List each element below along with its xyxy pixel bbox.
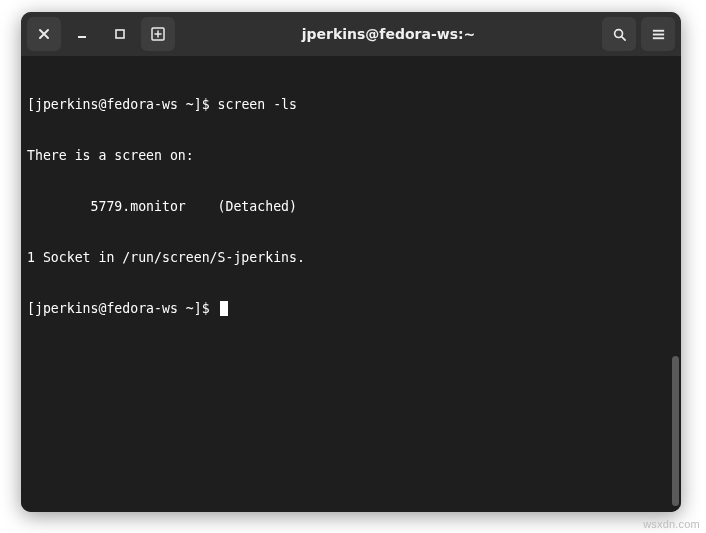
svg-rect-6 [652, 37, 663, 39]
menu-button[interactable] [641, 17, 675, 51]
output-text: 5779.monitor (Detached) [27, 199, 297, 214]
minimize-button[interactable] [65, 17, 99, 51]
svg-rect-0 [78, 36, 86, 38]
window-title: jperkins@fedora-ws:~ [179, 26, 598, 42]
maximize-icon [114, 28, 126, 40]
minimize-icon [76, 28, 88, 40]
svg-rect-5 [652, 33, 663, 35]
svg-rect-4 [652, 29, 663, 31]
maximize-button[interactable] [103, 17, 137, 51]
search-icon [612, 27, 627, 42]
terminal-line: [jperkins@fedora-ws ~]$ screen -ls [27, 96, 673, 113]
terminal-body[interactable]: [jperkins@fedora-ws ~]$ screen -ls There… [21, 56, 681, 512]
close-button[interactable] [27, 17, 61, 51]
close-icon [38, 28, 50, 40]
svg-rect-1 [116, 30, 124, 38]
terminal-window: jperkins@fedora-ws:~ [jperkins@fedora-ws… [21, 12, 681, 512]
titlebar-right-group [602, 17, 675, 51]
terminal-line: 5779.monitor (Detached) [27, 198, 673, 215]
output-text: 1 Socket in /run/screen/S-jperkins. [27, 250, 305, 265]
terminal-line: There is a screen on: [27, 147, 673, 164]
cursor [220, 301, 228, 316]
prompt: [jperkins@fedora-ws ~]$ [27, 97, 218, 112]
prompt: [jperkins@fedora-ws ~]$ [27, 301, 218, 316]
hamburger-icon [651, 27, 666, 42]
command-text: screen -ls [218, 97, 297, 112]
scrollbar-thumb[interactable] [672, 356, 679, 506]
titlebar: jperkins@fedora-ws:~ [21, 12, 681, 56]
new-tab-button[interactable] [141, 17, 175, 51]
terminal-line: [jperkins@fedora-ws ~]$ [27, 300, 673, 317]
watermark: wsxdn.com [643, 518, 700, 530]
new-tab-icon [150, 26, 166, 42]
terminal-line: 1 Socket in /run/screen/S-jperkins. [27, 249, 673, 266]
output-text: There is a screen on: [27, 148, 194, 163]
search-button[interactable] [602, 17, 636, 51]
